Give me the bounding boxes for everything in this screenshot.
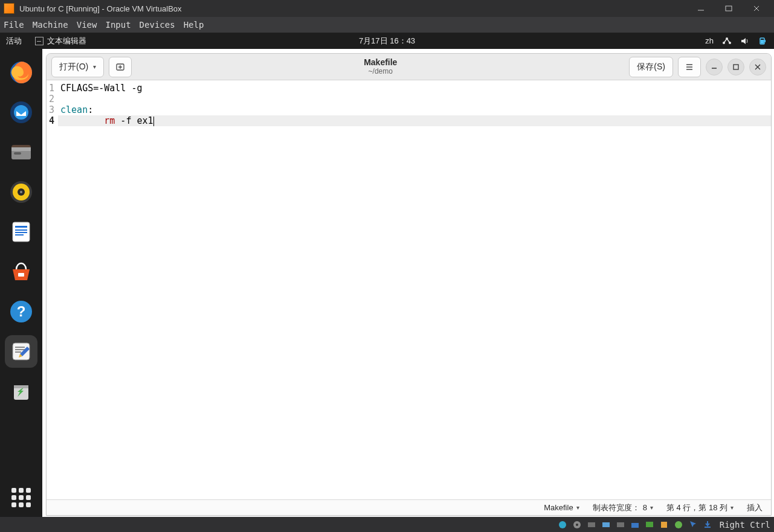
menu-help[interactable]: Help — [184, 20, 204, 30]
line-number-gutter: 1234 — [47, 83, 58, 499]
chevron-down-icon: ▾ — [730, 504, 734, 511]
ubuntu-dock: ? — [0, 49, 42, 517]
svg-rect-33 — [734, 65, 738, 69]
open-button[interactable]: 打开(O) ▾ — [51, 57, 104, 77]
dock-software[interactable] — [5, 255, 37, 288]
svg-rect-28 — [15, 349, 25, 350]
clock[interactable]: 7月17日 16：43 — [359, 36, 415, 46]
ime-indicator[interactable]: zh — [705, 36, 714, 45]
tab-width-label: 制表符宽度： — [593, 502, 640, 513]
svg-point-43 — [675, 521, 682, 528]
svg-rect-21 — [15, 232, 27, 233]
svg-rect-29 — [15, 351, 21, 353]
tab-width-selector[interactable]: 制表符宽度： 8 ▾ — [593, 502, 653, 513]
vb-mouse-icon[interactable] — [687, 519, 699, 531]
editor-statusbar: Makefile ▾ 制表符宽度： 8 ▾ 第 4 行，第 18 列 ▾ 插入 — [47, 499, 771, 515]
new-tab-icon — [115, 62, 125, 72]
vb-hdd-icon[interactable] — [556, 519, 569, 531]
save-button-label: 保存(S) — [637, 62, 665, 72]
insert-indicator[interactable]: 插入 — [747, 502, 763, 513]
svg-point-9 — [14, 105, 28, 120]
hamburger-icon — [685, 62, 694, 72]
tab-width-value: 8 — [643, 503, 647, 512]
svg-rect-40 — [631, 523, 639, 528]
svg-rect-42 — [661, 522, 667, 528]
text-editor-window: 打开(O) ▾ Makefile ~/demo 保存(S) 1234 CFLAG… — [46, 53, 772, 516]
svg-rect-38 — [602, 522, 610, 527]
app-menu[interactable]: 文本编辑器 — [35, 36, 86, 46]
vb-processor-icon[interactable] — [672, 519, 685, 531]
svg-rect-23 — [18, 273, 24, 277]
dock-trash[interactable] — [5, 375, 37, 408]
dock-help[interactable]: ? — [5, 295, 37, 328]
vb-display-icon[interactable] — [643, 519, 656, 531]
svg-rect-37 — [588, 522, 595, 527]
svg-rect-20 — [15, 229, 27, 231]
new-tab-button[interactable] — [109, 57, 132, 77]
virtualbox-menubar: File Machine View Input Devices Help — [0, 17, 774, 33]
save-button[interactable]: 保存(S) — [629, 57, 673, 77]
menu-input[interactable]: Input — [105, 20, 131, 30]
network-icon[interactable] — [722, 36, 732, 46]
menu-machine[interactable]: Machine — [33, 20, 68, 30]
document-title: Makefile — [137, 58, 624, 67]
dock-thunderbird[interactable] — [5, 96, 37, 129]
svg-rect-12 — [11, 147, 31, 151]
document-subtitle: ~/demo — [137, 68, 624, 75]
host-key-label: Right Ctrl — [720, 520, 770, 530]
svg-point-34 — [559, 521, 566, 528]
line-col-label: 第 4 行，第 18 列 — [666, 502, 727, 513]
app-icon — [35, 37, 44, 45]
power-icon[interactable] — [758, 36, 768, 46]
menu-view[interactable]: View — [77, 20, 97, 30]
code-area[interactable]: 1234 CFLAGS=-Wall -gclean: rm -f ex1 — [47, 80, 771, 499]
dock-rhythmbox[interactable] — [5, 176, 37, 208]
hamburger-menu[interactable] — [678, 57, 701, 77]
chevron-down-icon: ▾ — [93, 63, 96, 70]
vb-keyboard-icon[interactable] — [701, 519, 714, 531]
code-content: CFLAGS=-Wall -gclean: rm -f ex1 — [58, 83, 771, 499]
svg-rect-13 — [14, 152, 21, 155]
sound-icon[interactable] — [740, 36, 750, 46]
svg-rect-0 — [726, 6, 732, 11]
vb-audio-icon[interactable] — [585, 519, 598, 531]
svg-point-36 — [576, 524, 578, 526]
svg-rect-41 — [646, 522, 653, 527]
open-button-label: 打开(O) — [59, 62, 88, 72]
svg-rect-22 — [15, 234, 24, 236]
svg-text:?: ? — [17, 303, 26, 319]
window-title: Ubuntu for C [Running] - Oracle VM Virtu… — [19, 4, 182, 13]
virtualbox-statusbar: Right Ctrl — [0, 517, 774, 532]
virtualbox-titlebar: Ubuntu for C [Running] - Oracle VM Virtu… — [0, 0, 774, 17]
menu-file[interactable]: File — [4, 20, 24, 30]
app-name: 文本编辑器 — [47, 36, 86, 46]
vb-usb-icon[interactable] — [614, 519, 627, 531]
maximize-button[interactable] — [715, 0, 743, 17]
svg-rect-19 — [15, 226, 27, 228]
dock-apps-grid[interactable] — [0, 488, 42, 507]
editor-minimize-button[interactable] — [706, 59, 723, 75]
svg-rect-31 — [14, 385, 28, 388]
language-selector[interactable]: Makefile ▾ — [544, 503, 579, 512]
chevron-down-icon: ▾ — [576, 504, 579, 511]
language-label: Makefile — [544, 503, 573, 512]
vb-network-icon[interactable] — [600, 519, 612, 531]
vb-recording-icon[interactable] — [658, 519, 670, 531]
svg-point-17 — [20, 191, 22, 193]
dock-firefox[interactable] — [5, 56, 37, 89]
vb-shared-folder-icon[interactable] — [629, 519, 641, 531]
dock-files[interactable] — [5, 136, 37, 168]
editor-maximize-button[interactable] — [727, 59, 744, 75]
editor-close-button[interactable] — [749, 59, 766, 75]
minimize-button[interactable] — [687, 0, 715, 17]
editor-title-area: Makefile ~/demo — [137, 58, 624, 75]
dock-writer[interactable] — [5, 216, 37, 248]
close-button[interactable] — [743, 0, 770, 17]
menu-devices[interactable]: Devices — [140, 20, 175, 30]
editor-headerbar: 打开(O) ▾ Makefile ~/demo 保存(S) — [47, 54, 771, 80]
ubuntu-topbar: 活动 文本编辑器 7月17日 16：43 zh — [0, 33, 774, 49]
vb-optical-icon[interactable] — [571, 519, 583, 531]
dock-text-editor[interactable] — [5, 335, 37, 368]
line-col-indicator[interactable]: 第 4 行，第 18 列 ▾ — [666, 502, 734, 513]
activities-button[interactable]: 活动 — [6, 36, 22, 46]
